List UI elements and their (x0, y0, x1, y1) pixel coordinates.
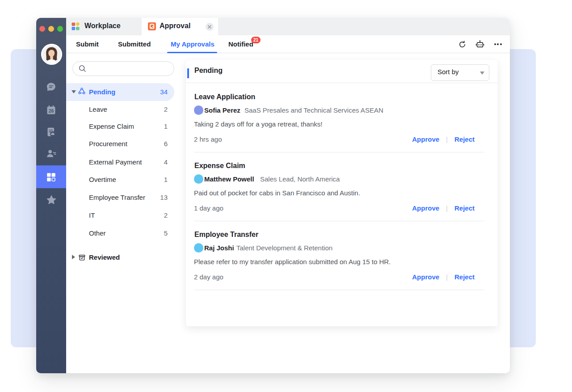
svg-text:26: 26 (49, 108, 54, 113)
